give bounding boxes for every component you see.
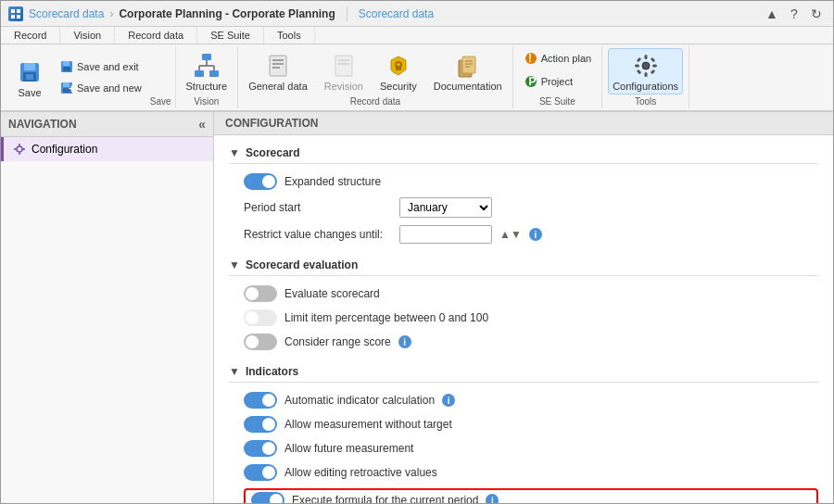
allow-editing-label: Allow editing retroactive values <box>284 466 437 479</box>
help-btn[interactable]: ? <box>785 5 803 23</box>
tools-group: Configurations Tools <box>602 46 689 108</box>
allow-future-row: Allow future measurement <box>244 440 818 457</box>
allow-editing-toggle[interactable] <box>244 464 277 481</box>
save-exit-button[interactable]: Save and exit <box>55 57 146 77</box>
general-data-label: General data <box>248 81 308 92</box>
sidebar-item-configuration[interactable]: Configuration <box>1 137 213 161</box>
save-new-button[interactable]: + Save and new <box>55 78 146 98</box>
limit-item-toggle[interactable] <box>244 309 277 326</box>
svg-rect-41 <box>644 55 647 59</box>
auto-calc-toggle[interactable] <box>244 392 277 409</box>
revision-icon <box>329 51 359 81</box>
svg-rect-26 <box>335 56 352 76</box>
content-title: CONFIGURATION <box>225 117 318 130</box>
security-icon <box>384 51 413 81</box>
record-data-group-label: Record data <box>350 96 400 107</box>
security-button[interactable]: Security <box>375 48 422 94</box>
scorecard-data-link[interactable]: Scorecard data <box>29 7 104 20</box>
action-plan-button[interactable]: ! Action plan <box>519 48 596 69</box>
refresh-btn[interactable]: ↻ <box>807 5 826 23</box>
svg-rect-45 <box>636 57 641 63</box>
sidebar-title: NAVIGATION <box>8 118 77 131</box>
execute-formula-label: Execute formula for the current period <box>292 494 478 503</box>
documentation-icon <box>453 51 483 81</box>
svg-rect-22 <box>270 56 286 76</box>
restrict-value-info-icon[interactable]: i <box>529 228 542 241</box>
save-new-label: Save and new <box>77 82 142 94</box>
allow-measurement-toggle[interactable] <box>244 416 277 433</box>
svg-rect-53 <box>23 148 26 150</box>
vision-group: Structure Vision <box>176 46 239 108</box>
sidebar-collapse-btn[interactable]: « <box>198 117 206 132</box>
svg-rect-17 <box>209 70 219 77</box>
svg-rect-44 <box>652 65 657 68</box>
evaluate-scorecard-label: Evaluate scorecard <box>284 287 380 300</box>
consider-range-info-icon[interactable]: i <box>398 335 411 348</box>
scorecard-evaluation-section-title: ▼ Scorecard evaluation <box>229 258 818 276</box>
indicators-toggle-icon[interactable]: ▼ <box>229 365 240 378</box>
scorecard-evaluation-section: ▼ Scorecard evaluation Evaluate scorecar… <box>229 258 818 350</box>
tab-vision[interactable]: Vision <box>60 27 115 44</box>
save-button[interactable]: Save <box>8 48 51 107</box>
svg-text:!: ! <box>528 52 532 65</box>
collapse-btn[interactable]: ▲ <box>763 5 781 23</box>
svg-rect-0 <box>11 9 15 13</box>
indicators-section-title: ▼ Indicators <box>229 365 818 383</box>
auto-calc-slider <box>244 392 277 409</box>
page-title: Corporate Planning - Corporate Planning <box>119 7 335 20</box>
scorecard-eval-toggle-icon[interactable]: ▼ <box>229 258 240 271</box>
sidebar: NAVIGATION « Configuration <box>1 112 214 503</box>
save-small-group: Save and exit + Save and new <box>55 48 146 107</box>
allow-measurement-slider <box>244 416 277 433</box>
svg-rect-48 <box>650 69 655 75</box>
svg-rect-1 <box>17 9 20 13</box>
revision-button[interactable]: Revision <box>320 48 368 94</box>
expanded-structure-toggle[interactable] <box>244 173 277 190</box>
svg-rect-50 <box>19 144 20 146</box>
project-label: Project <box>541 76 573 87</box>
main-window: Scorecard data › Corporate Planning - Co… <box>0 0 834 504</box>
content-body: ▼ Scorecard Expanded structure Period st <box>214 135 833 503</box>
project-button[interactable]: P Project <box>519 71 596 92</box>
save-exit-label: Save and exit <box>77 61 139 72</box>
svg-rect-42 <box>644 72 647 77</box>
allow-measurement-label: Allow measurement without target <box>284 418 452 431</box>
breadcrumb-sep: › <box>109 7 113 20</box>
svg-rect-9 <box>63 61 70 66</box>
sidebar-item-configuration-label: Configuration <box>32 143 97 156</box>
structure-label: Structure <box>186 81 228 92</box>
tab-record-data[interactable]: Record data <box>115 27 197 44</box>
auto-calc-info-icon[interactable]: i <box>442 394 455 407</box>
action-plan-icon: ! <box>524 51 538 66</box>
main-area: NAVIGATION « Configuration CO <box>1 112 833 503</box>
evaluate-scorecard-toggle[interactable] <box>244 285 277 302</box>
allow-future-toggle[interactable] <box>244 440 277 457</box>
limit-item-label: Limit item percentage between 0 and 100 <box>284 311 488 324</box>
period-start-select[interactable]: January February March April May June Ju… <box>399 197 492 218</box>
limit-item-row: Limit item percentage between 0 and 100 <box>244 309 818 326</box>
scorecard-ref[interactable]: Scorecard data <box>359 7 434 20</box>
execute-formula-info-icon[interactable]: i <box>486 494 499 503</box>
structure-button[interactable]: Structure <box>182 48 233 94</box>
configurations-button[interactable]: Configurations <box>608 48 683 94</box>
tab-record[interactable]: Record <box>1 27 60 44</box>
general-data-button[interactable]: General data <box>244 48 312 94</box>
restrict-value-input[interactable] <box>399 225 492 244</box>
structure-icon <box>192 51 221 81</box>
record-data-group: General data Revision Security <box>238 46 513 108</box>
svg-rect-3 <box>17 15 20 19</box>
svg-text:P: P <box>528 75 536 88</box>
scorecard-toggle-icon[interactable]: ▼ <box>229 146 240 159</box>
save-new-icon: + <box>59 81 74 95</box>
svg-rect-2 <box>11 15 15 19</box>
svg-rect-52 <box>14 148 17 150</box>
tab-se-suite[interactable]: SE Suite <box>197 27 264 44</box>
app-logo <box>8 6 23 21</box>
execute-formula-toggle[interactable] <box>251 492 284 503</box>
allow-editing-row: Allow editing retroactive values <box>244 464 818 481</box>
svg-point-49 <box>17 146 22 152</box>
project-icon: P <box>524 74 538 89</box>
documentation-button[interactable]: Documentation <box>429 48 507 94</box>
consider-range-toggle[interactable] <box>244 334 277 350</box>
tab-tools[interactable]: Tools <box>264 27 315 44</box>
